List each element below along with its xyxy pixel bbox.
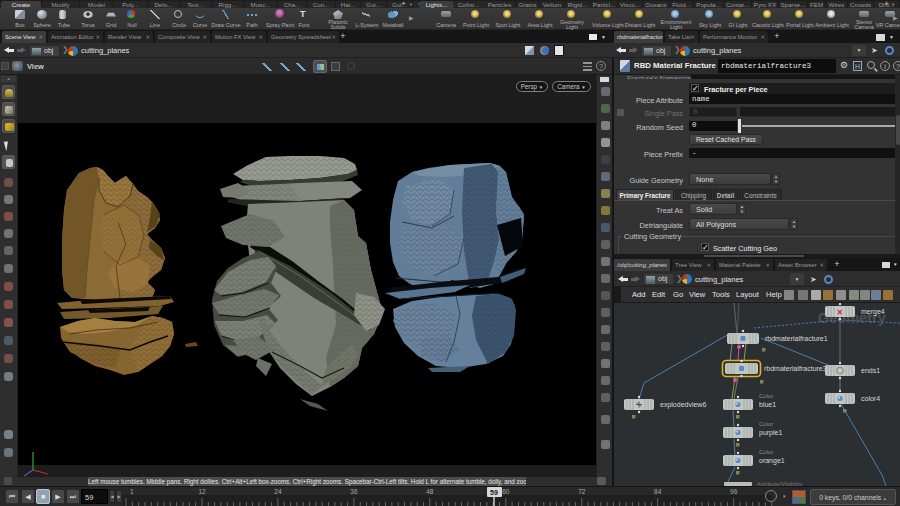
svg-text:merge4: merge4 (861, 308, 885, 316)
svg-text:72: 72 (578, 488, 586, 495)
svg-text:36: 36 (350, 488, 358, 495)
svg-text:59: 59 (490, 489, 498, 496)
svg-text:24: 24 (274, 488, 282, 495)
svg-text:orange1: orange1 (759, 457, 785, 465)
svg-text:rbdmaterialfracture3: rbdmaterialfracture3 (764, 365, 827, 372)
svg-text:color4: color4 (861, 395, 880, 402)
svg-text:Color: Color (759, 393, 773, 399)
svg-text:Color: Color (759, 421, 773, 427)
svg-text:✕: ✕ (837, 308, 844, 317)
svg-text:purple1: purple1 (759, 429, 782, 437)
svg-text:12: 12 (198, 488, 206, 495)
svg-text:Color: Color (759, 449, 773, 455)
svg-text:48: 48 (426, 488, 434, 495)
svg-text:blue1: blue1 (759, 401, 776, 408)
svg-text:explodedview6: explodedview6 (660, 401, 706, 409)
svg-text:84: 84 (654, 488, 662, 495)
svg-text:60: 60 (502, 488, 510, 495)
svg-text:rbdmaterialfracture1: rbdmaterialfracture1 (765, 335, 828, 342)
svg-text:ends1: ends1 (861, 367, 880, 374)
svg-text:1: 1 (130, 488, 134, 495)
svg-text:96: 96 (730, 488, 738, 495)
